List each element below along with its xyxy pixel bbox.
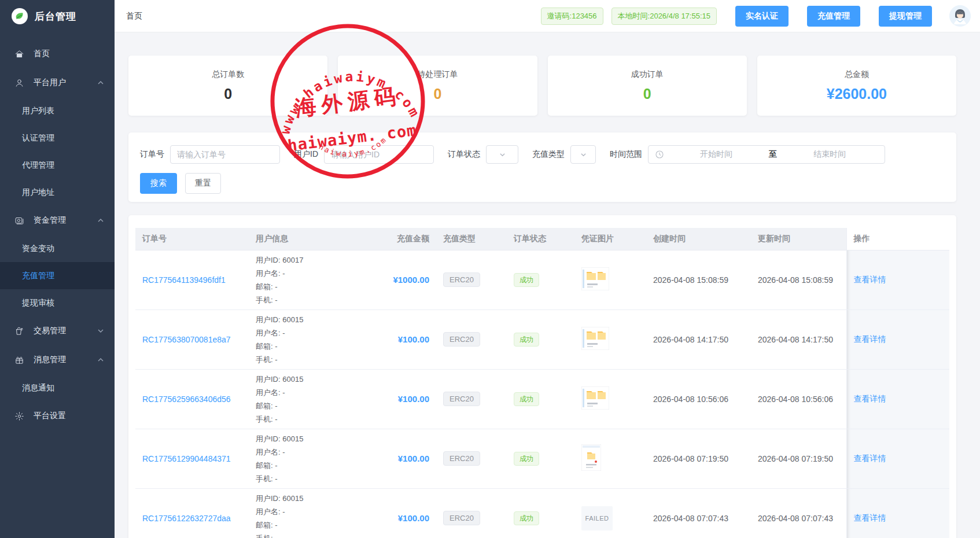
sidebar-item-label: 消息管理 [34,355,97,365]
phone-line: 手机: - [256,532,359,538]
order-no-input[interactable] [170,145,280,164]
gear-icon [14,411,24,421]
sidebar-item-messages[interactable]: 消息管理 [0,345,115,374]
phone-line: 手机: - [256,412,359,426]
status-badge: 成功 [514,273,539,287]
sidebar-item-platform-users[interactable]: 平台用户 [0,68,115,97]
sidebar-item-agent-manage[interactable]: 代理管理 [0,152,115,179]
voucher-image-thumbnail[interactable] [581,267,609,292]
recharge-type-select[interactable] [570,145,596,164]
sidebar-item-message-notify[interactable]: 消息通知 [0,374,115,401]
sidebar-item-label: 资金管理 [34,215,97,226]
updated-time: 2026-04-08 07:07:43 [751,488,846,538]
view-detail-link[interactable]: 查看详情 [854,394,886,403]
sub-label: 用户地址 [22,187,54,198]
created-time: 2026-04-08 07:07:43 [646,488,751,538]
sidebar-item-home[interactable]: 首页 [0,39,115,68]
status-badge: 成功 [514,392,539,406]
home-icon [14,49,24,59]
voucher-failed-placeholder[interactable]: FAILED [581,506,613,530]
stat-label: 待处理订单 [417,69,458,80]
sidebar-item-user-list[interactable]: 用户列表 [0,97,115,124]
order-no-link[interactable]: RC1775638070081e8a7 [142,335,231,344]
breadcrumb[interactable]: 首页 [126,11,142,21]
voucher-image-thumbnail[interactable] [581,327,609,352]
user-id-input[interactable] [324,145,434,164]
table-row: RC17756259663406d56 用户ID: 60015 用户名: - 邮… [135,369,949,429]
col-status: 订单状态 [507,228,574,250]
sub-label: 用户列表 [22,106,54,116]
updated-time: 2026-04-08 15:08:59 [751,250,846,309]
order-status-select[interactable] [486,145,518,164]
view-detail-link[interactable]: 查看详情 [854,513,886,522]
sidebar-item-auth-manage[interactable]: 认证管理 [0,124,115,152]
col-order-no: 订单号 [135,228,249,250]
user-id-line: 用户ID: 60015 [256,492,359,505]
stat-card-total-orders: 总订单数 0 [128,56,327,116]
range-separator: 至 [769,149,777,160]
email-line: 邮箱: - [256,518,359,532]
order-no-link[interactable]: RC17756129904484371 [142,454,231,463]
main-content: 总订单数 0 待处理订单 0 成功订单 0 总金额 ¥2600.00 订单号 用… [115,32,980,538]
realname-auth-button[interactable]: 实名认证 [735,6,789,27]
reset-button[interactable]: 重置 [185,173,221,194]
created-time: 2026-04-08 14:17:50 [646,309,751,369]
sidebar-item-label: 平台设置 [34,411,104,421]
order-no-link[interactable]: RC17756259663406d56 [142,395,231,404]
voucher-image-thumbnail[interactable] [581,444,601,473]
sidebar-item-trade[interactable]: 交易管理 [0,316,115,345]
sidebar-item-user-address[interactable]: 用户地址 [0,179,115,206]
table-row: RC1775641139496fdf1 用户ID: 60017 用户名: - 邮… [135,250,949,309]
username-line: 用户名: - [256,445,359,459]
col-voucher: 凭证图片 [574,228,646,250]
chevron-down-icon [580,152,587,158]
sidebar-item-fund-changes[interactable]: 资金变动 [0,235,115,262]
sidebar-menu: 首页 平台用户 用户列表 认证管理 代理管理 用户地址 资金管理 资金变动 [0,39,115,430]
local-time-badge: 本地时间:2026/4/8 17:55:15 [611,8,717,25]
amount-value: ¥1000.00 [393,275,429,285]
clock-icon [655,150,664,159]
created-time: 2026-04-08 07:19:50 [646,429,751,488]
time-range-picker[interactable]: 开始时间 至 结束时间 [648,145,885,164]
stat-card-pending-orders: 待处理订单 0 [338,56,537,116]
view-detail-link[interactable]: 查看详情 [854,334,886,344]
table-row: RC1775638070081e8a7 用户ID: 60015 用户名: - 邮… [135,309,949,369]
order-no-link[interactable]: RC1775641139496fdf1 [142,275,226,285]
sidebar-item-funds[interactable]: 资金管理 [0,206,115,235]
gift-box-icon [14,355,24,365]
order-no-link[interactable]: RC17756122632727daa [142,514,231,523]
avatar[interactable] [949,5,971,27]
sidebar-item-platform-settings[interactable]: 平台设置 [0,401,115,430]
sub-label: 提现审核 [22,298,54,308]
email-line: 邮箱: - [256,399,359,412]
username-line: 用户名: - [256,267,359,280]
sidebar-item-withdraw-review[interactable]: 提现审核 [0,289,115,316]
withdraw-manage-button[interactable]: 提现管理 [879,6,932,27]
email-line: 邮箱: - [256,340,359,353]
stat-value: 0 [643,86,651,102]
stat-card-success-orders: 成功订单 0 [548,56,747,116]
recharge-type-tag: ERC20 [443,332,480,347]
sidebar-item-recharge-manage[interactable]: 充值管理 [0,262,115,289]
col-actions: 操作 [846,228,949,250]
start-time-placeholder[interactable]: 开始时间 [668,149,764,160]
voucher-image-thumbnail[interactable] [581,386,609,411]
amount-value: ¥100.00 [398,454,429,463]
sidebar-item-label: 平台用户 [34,78,97,88]
email-line: 邮箱: - [256,280,359,293]
updated-time: 2026-04-08 14:17:50 [751,309,846,369]
wallet-icon [14,216,24,226]
search-button[interactable]: 搜索 [140,173,177,194]
status-badge: 成功 [514,452,539,466]
view-detail-link[interactable]: 查看详情 [854,454,886,463]
amount-value: ¥100.00 [398,394,429,404]
user-id-line: 用户ID: 60015 [256,432,359,445]
topbar: 首页 邀请码:123456 本地时间:2026/4/8 17:55:15 实名认… [115,0,980,32]
recharge-manage-button[interactable]: 充值管理 [807,6,860,27]
stat-label: 总金额 [845,69,869,80]
col-type: 充值类型 [436,228,507,250]
username-line: 用户名: - [256,505,359,518]
end-time-placeholder[interactable]: 结束时间 [782,149,878,160]
topbar-right: 邀请码:123456 本地时间:2026/4/8 17:55:15 实名认证 充… [541,5,971,27]
view-detail-link[interactable]: 查看详情 [854,275,886,284]
